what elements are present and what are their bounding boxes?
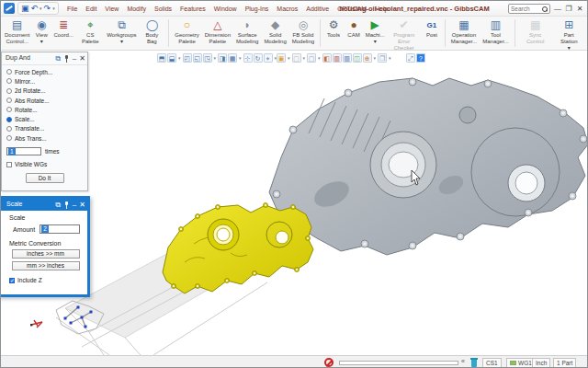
scale-dialog-titlebar[interactable]: Scale ⧉ – ✕ [0, 199, 87, 211]
times-input[interactable]: 1 [6, 147, 41, 155]
solid-modeling-button[interactable]: ◆Solid Modeling [261, 17, 288, 49]
wireframe-view-caret-icon[interactable]: ▾ [239, 55, 242, 61]
undo-caret-icon[interactable]: ▾ [40, 6, 42, 11]
radio-icon[interactable] [6, 88, 12, 94]
menu-features[interactable]: Features [180, 6, 206, 12]
window-layout-icon[interactable]: ❐ [378, 53, 387, 63]
minimize-panel-icon[interactable]: – [73, 53, 76, 64]
geometry-palette-button[interactable]: ○Geometry Palette [172, 17, 201, 49]
render-globe-caret-icon[interactable]: ▾ [374, 55, 377, 61]
fixture-display-caret-icon[interactable]: ▾ [303, 55, 306, 61]
radio-icon[interactable] [6, 69, 12, 75]
top-view-icon[interactable]: ◰ [183, 53, 192, 63]
cs-indicator[interactable]: CS1 [482, 358, 502, 368]
help-icon[interactable]: ? [416, 53, 425, 63]
part-display-icon[interactable]: ▢ [307, 53, 316, 63]
redo-caret-icon[interactable]: ▾ [52, 6, 55, 11]
body-bag-button[interactable]: ◯Body Bag [138, 17, 165, 49]
part-station-button[interactable]: ⊞Part Station ▾ [553, 17, 585, 49]
include-z-checkbox[interactable] [9, 278, 15, 283]
menu-macros[interactable]: Macros [277, 6, 298, 12]
dup-option-rotate[interactable]: Rotate... [6, 105, 87, 114]
dup-option-2d-rotate[interactable]: 2d Rotate... [6, 86, 87, 96]
cam-button[interactable]: ●CAM [344, 17, 364, 49]
document-control-button[interactable]: ▤Document Control... [3, 17, 31, 49]
right-view-caret-icon[interactable]: ▾ [214, 55, 217, 61]
radio-icon[interactable] [6, 126, 12, 132]
rewind-icon[interactable]: « [461, 358, 465, 364]
part-display-caret-icon[interactable]: ▾ [318, 55, 321, 61]
do-it-button[interactable]: Do It [26, 173, 64, 183]
close-dialog-icon[interactable]: ✕ [79, 200, 85, 211]
right-view-icon[interactable]: ◳ [203, 53, 212, 63]
visible-wgs-checkbox[interactable] [6, 162, 12, 167]
coordinate-list-button[interactable]: ≣Coord... [51, 17, 75, 49]
dup-option-scale[interactable]: Scale... [6, 114, 87, 123]
gray-housing-part[interactable] [269, 78, 588, 255]
dup-option-abs-trans[interactable]: Abs Trans... [6, 133, 87, 143]
menu-window[interactable]: Window [214, 6, 237, 12]
radio-icon[interactable] [6, 135, 12, 141]
workspace-icon[interactable]: ◫ [353, 53, 362, 63]
trash-icon[interactable] [470, 358, 478, 367]
pin-icon[interactable] [63, 201, 70, 210]
mm-to-inches-button[interactable]: mm >> inches [12, 261, 80, 270]
menu-plug-ins[interactable]: Plug-Ins [245, 6, 269, 12]
workgroups-button[interactable]: ⧉Workgroups ▾ [106, 17, 139, 49]
fit-view-icon[interactable]: ⊹ [243, 53, 253, 63]
minimize-dialog-icon[interactable]: – [73, 200, 76, 211]
redo-icon[interactable]: ↷ [44, 3, 51, 14]
fullscreen-icon[interactable]: ⤢ [406, 53, 415, 63]
iso-view-caret-icon[interactable]: ▾ [178, 55, 181, 61]
operation-manager-button[interactable]: ▦Operation Manager... [448, 17, 480, 49]
search-box[interactable] [508, 4, 550, 14]
menu-modify[interactable]: Modify [127, 6, 146, 12]
front-view-icon[interactable]: ◱ [193, 53, 202, 63]
render-globe-icon[interactable]: ⊕ [363, 53, 372, 63]
menu-view[interactable]: View [105, 6, 119, 12]
yellow-housing-part[interactable] [163, 203, 313, 294]
amount-input[interactable]: 2 [40, 224, 80, 234]
stock-display-caret-icon[interactable]: ▾ [288, 55, 290, 61]
menu-edit[interactable]: Edit [85, 6, 96, 12]
restore-button[interactable]: ❐ [563, 1, 574, 17]
tool-manager-button[interactable]: ▥Tool Manager... [480, 17, 511, 49]
fixture-display-icon[interactable]: ▢ [292, 53, 301, 63]
search-input[interactable] [511, 6, 540, 12]
dup-option-force-depth[interactable]: Force Depth... [6, 67, 87, 76]
save-icon[interactable]: ▣ [21, 3, 29, 14]
menu-file[interactable]: File [67, 6, 77, 12]
dup-option-mirror[interactable]: Mirror... [6, 76, 87, 86]
menu-solids[interactable]: Solids [154, 6, 172, 12]
undo-icon[interactable]: ↶ [31, 3, 39, 14]
radio-icon[interactable] [6, 117, 12, 122]
tools-button[interactable]: ⚙Tools [323, 17, 344, 49]
tool-list-icon[interactable]: ▥ [343, 53, 352, 63]
inches-to-mm-button[interactable]: inches >> mm [12, 249, 80, 259]
wireframe-view-icon[interactable]: ▦ [228, 53, 237, 63]
search-icon[interactable] [542, 6, 548, 12]
view-cube-icon[interactable]: ⬒ [157, 53, 166, 63]
radio-icon[interactable] [6, 98, 12, 103]
radio-icon[interactable] [6, 107, 12, 112]
post-button[interactable]: G1Post [422, 17, 442, 49]
fb-solid-modeling-button[interactable]: ◎FB Solid Modeling [289, 17, 317, 49]
cs-palette-button[interactable]: ⌖CS Palette [75, 17, 106, 49]
dup-option-translate[interactable]: Translate... [6, 124, 87, 133]
window-layout-caret-icon[interactable]: ▾ [389, 55, 391, 61]
view-button[interactable]: ◉View ▾ [31, 17, 51, 49]
machining-button[interactable]: ▶Machi... ▾ [364, 17, 386, 49]
cs-align-icon[interactable]: ⌖ [264, 53, 273, 63]
duplicate-icon[interactable]: ⧉ [55, 200, 61, 211]
stock-display-icon[interactable]: ▣ [277, 53, 286, 63]
shaded-view-icon[interactable]: ◨ [218, 53, 227, 63]
iso-view-icon[interactable]: ⬓ [167, 53, 176, 63]
close-button[interactable]: ✕ [574, 1, 585, 17]
close-panel-icon[interactable]: ✕ [79, 53, 85, 64]
material-icon[interactable]: ▥ [333, 53, 342, 63]
dimension-palette-button[interactable]: △Dimension Palette [202, 17, 233, 49]
dup-option-abs-rotate[interactable]: Abs Rotate... [6, 96, 87, 105]
pin-icon[interactable] [63, 54, 70, 63]
minimize-button[interactable]: — [552, 1, 563, 17]
duplicate-icon[interactable]: ⧉ [55, 53, 61, 64]
